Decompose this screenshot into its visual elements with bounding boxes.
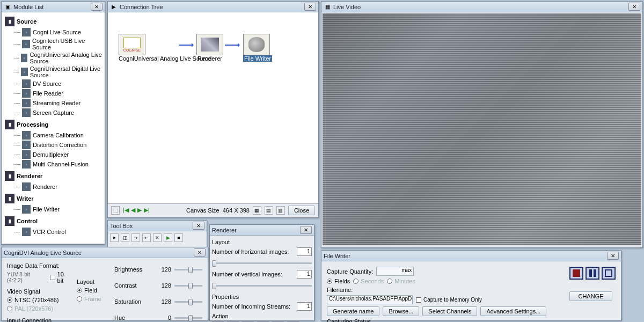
close-icon[interactable]: ✕	[304, 3, 316, 11]
module-icon: ▫	[22, 141, 31, 149]
pal-radio[interactable]: PAL (720x576)	[7, 305, 71, 312]
tree-item[interactable]: ▫CogniUniversal Analog Live Source	[4, 51, 103, 65]
node-filewriter[interactable]: File Writer	[243, 34, 272, 62]
pointer-icon[interactable]: ➤	[110, 233, 119, 242]
tenbit-checkbox[interactable]: 10-bit	[50, 271, 71, 284]
category-label: Control	[17, 218, 38, 224]
close-icon[interactable]: ✕	[91, 3, 103, 11]
capture-qty-field[interactable]: max	[376, 267, 414, 276]
tree-item[interactable]: ▫Camera Calibration	[4, 130, 103, 140]
tree-category[interactable]: ▮Source	[5, 17, 103, 26]
close-icon[interactable]: ✕	[607, 252, 619, 260]
tree-item[interactable]: ▫Renderer	[4, 182, 103, 192]
category-icon: ▮	[5, 216, 14, 226]
tree-category[interactable]: ▮Processing	[5, 120, 103, 129]
h-slider[interactable]	[212, 258, 312, 268]
toolbox-titlebar[interactable]: Tool Box ✕	[108, 221, 207, 231]
video-icon: ▦	[324, 3, 331, 11]
live-video-titlebar[interactable]: ▦ Live Video ✕	[321, 2, 642, 12]
unlink-icon[interactable]: ⇠	[142, 233, 151, 242]
ntsc-radio[interactable]: NTSC (720x486)	[7, 297, 71, 303]
file-writer-titlebar[interactable]: File Writer ✕	[321, 251, 621, 261]
brightness-value: 128	[155, 266, 171, 273]
prev-icon[interactable]: ◀	[131, 207, 135, 214]
v-images-value[interactable]: 1	[297, 270, 312, 279]
record-button[interactable]	[569, 267, 583, 280]
tree-item[interactable]: ▫Screen Capture	[4, 108, 103, 118]
tree-item-label: Demultiplexer	[33, 151, 69, 158]
close-icon[interactable]: ✕	[628, 3, 640, 11]
node-label: File Writer	[243, 55, 272, 62]
tree-item[interactable]: ▫Cogni Live Source	[4, 27, 103, 37]
browse-button[interactable]: Browse...	[383, 306, 419, 316]
last-icon[interactable]: ▶|	[144, 207, 150, 214]
contrast-value: 128	[155, 282, 171, 289]
module-list-titlebar[interactable]: ▣ Module List ✕	[2, 2, 105, 12]
tree-item[interactable]: ▫Demultiplexer	[4, 150, 103, 159]
v-slider[interactable]	[212, 281, 312, 290]
stop-button[interactable]	[602, 267, 616, 280]
live-video-window: ▦ Live Video ✕	[321, 1, 643, 248]
dvi-source-window: CogniDVI Analog Live Source ✕ Image Data…	[1, 247, 208, 321]
frame-radio[interactable]: Frame	[77, 296, 109, 302]
connection-tree-titlebar[interactable]: ▶ Connection Tree ✕	[108, 2, 318, 12]
field-radio[interactable]: Field	[77, 287, 109, 294]
layout2-icon[interactable]: ▤	[265, 206, 273, 215]
next-icon[interactable]: ▶	[137, 207, 142, 214]
fields-radio[interactable]: Fields	[327, 278, 350, 284]
close-icon[interactable]: ✕	[194, 248, 206, 257]
link-icon[interactable]: ⇢	[131, 233, 140, 242]
node-renderer[interactable]: Renderer	[196, 34, 223, 62]
tree-item[interactable]: ▫Multi-Channel Fusion	[4, 159, 103, 169]
contrast-slider[interactable]	[174, 281, 202, 290]
tree-category[interactable]: ▮Renderer	[5, 171, 103, 181]
tree-item-label: File Writer	[33, 206, 60, 213]
tree-item[interactable]: ▫CogniUniversal Digital Live Source	[4, 65, 103, 79]
change-button[interactable]: CHANGE	[569, 291, 612, 301]
stop-icon[interactable]: ■	[174, 233, 183, 242]
hue-slider[interactable]	[174, 313, 202, 322]
tree-item[interactable]: ▫Streaming Reader	[4, 98, 103, 108]
layout-label: Layout	[77, 279, 109, 285]
h-images-value[interactable]: 1	[297, 247, 312, 256]
layout1-icon[interactable]: ▦	[253, 206, 261, 215]
list-icon: ▣	[4, 3, 11, 11]
file-writer-window: File Writer ✕ Capture Quantity: max Fiel…	[321, 250, 621, 321]
tree-category[interactable]: ▮Control	[5, 216, 103, 226]
tree-category[interactable]: ▮Writer	[5, 194, 103, 203]
streams-label: Number of Incoming Streams:	[212, 303, 294, 310]
saturation-slider[interactable]	[174, 297, 202, 306]
dvi-titlebar[interactable]: CogniDVI Analog Live Source ✕	[2, 247, 208, 258]
tree-item[interactable]: ▫File Reader	[4, 89, 103, 98]
first-icon[interactable]: |◀	[123, 207, 129, 214]
streams-value[interactable]: 1	[297, 302, 312, 311]
connection-canvas[interactable]: COGNISE CogniUniversal Analog Live Sourc…	[108, 12, 318, 203]
fit-icon[interactable]: ⬚	[111, 206, 120, 215]
tree-item[interactable]: ▫File Writer	[4, 204, 103, 214]
tree-item-label: CogniUniversal Digital Live Source	[30, 65, 103, 78]
advanced-settings-button[interactable]: Advanced Settings...	[480, 306, 546, 316]
fw-right: CHANGE	[569, 265, 616, 301]
capture-mem-checkbox[interactable]: Capture to Memory Only	[416, 297, 482, 303]
tree-item[interactable]: ▫VCR Control	[4, 227, 103, 237]
tree-item[interactable]: ▫Distortion Correction	[4, 140, 103, 150]
pause-button[interactable]	[586, 267, 599, 280]
renderer-titlebar[interactable]: Renderer ✕	[210, 225, 314, 236]
close-icon[interactable]: ✕	[300, 226, 312, 234]
layout3-icon[interactable]: ▥	[276, 206, 285, 215]
tree-item[interactable]: ▫Cognitech USB Live Source	[4, 37, 103, 51]
module-list-window: ▣ Module List ✕ ▮Source▫Cogni Live Sourc…	[1, 1, 105, 245]
generate-name-button[interactable]: Generate name	[327, 306, 379, 316]
minutes-radio[interactable]: Minutes	[387, 278, 415, 284]
close-button[interactable]: Close	[288, 206, 315, 215]
select-icon[interactable]: ◫	[121, 233, 129, 242]
play-icon[interactable]: ▶	[164, 233, 172, 242]
seconds-radio[interactable]: Seconds	[353, 278, 384, 284]
toolbox-title: Tool Box	[110, 223, 193, 229]
tree-item[interactable]: ▫DV Source	[4, 79, 103, 89]
filename-field[interactable]: C:\Users\nicholas.PASADFF\AppD	[327, 295, 413, 304]
close-icon[interactable]: ✕	[193, 222, 204, 230]
cut-icon[interactable]: ✕	[153, 233, 162, 242]
select-channels-button[interactable]: Select Channels	[422, 306, 477, 316]
brightness-slider[interactable]	[174, 265, 202, 274]
